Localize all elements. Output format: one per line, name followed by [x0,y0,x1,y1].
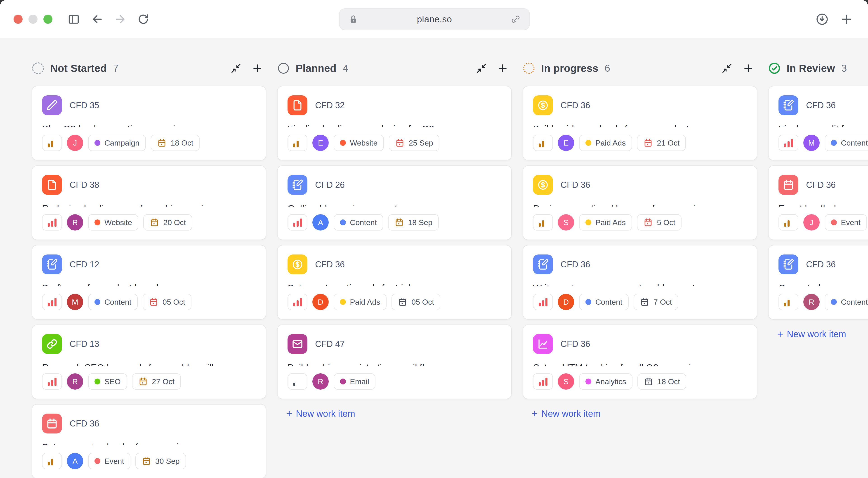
download-icon[interactable] [815,13,829,26]
assignee-avatar[interactable]: R [67,373,83,390]
priority-badge[interactable] [778,294,798,310]
close-window-button[interactable] [13,15,23,24]
label-badge[interactable]: Paid Ads [334,294,386,310]
label-badge[interactable]: Event [88,453,130,469]
due-date-badge[interactable]: 05 Oct [392,294,440,310]
work-item-card[interactable]: CFD 36 Write customer success story blog… [523,245,757,320]
add-work-item-icon[interactable] [742,62,754,74]
label-badge[interactable]: Content [88,294,138,310]
label-badge[interactable]: Analytics [579,373,632,390]
assignee-avatar[interactable]: S [558,214,574,230]
add-work-item-icon[interactable] [497,62,508,74]
priority-badge[interactable] [42,453,62,469]
label-badge[interactable]: Content [334,214,383,230]
sidebar-toggle-icon[interactable] [67,13,80,26]
priority-badge[interactable] [287,135,307,151]
collapse-column-icon[interactable] [721,63,733,74]
assignee-avatar[interactable]: R [803,294,819,310]
label-badge[interactable]: Website [334,135,384,151]
work-item-card[interactable]: CFD 32 Finalize landing page design for … [277,86,512,160]
work-item-card[interactable]: CFD 26 Outline blog series on customer u… [277,165,512,240]
assignee-avatar[interactable]: R [312,373,329,390]
link-icon[interactable] [510,14,521,24]
forward-icon[interactable] [114,13,127,26]
work-item-card[interactable]: CFD 36 Set up event calendar for upcomin… [32,404,266,478]
priority-badge[interactable] [287,373,307,390]
work-item-card[interactable]: CFD 36 Event booth des J Event [768,165,868,240]
due-date-badge[interactable]: 20 Oct [143,214,192,230]
due-date-badge[interactable]: 30 Sep [135,453,186,469]
due-date-badge[interactable]: 5 Oct [637,214,682,230]
assignee-avatar[interactable]: R [67,214,83,230]
label-badge[interactable]: Content [579,294,629,310]
due-date-badge[interactable]: 05 Oct [143,294,191,310]
label-badge[interactable]: Campaign [88,135,146,151]
priority-badge[interactable] [533,373,553,390]
work-item-card[interactable]: CFD 12 Draft copy for product launch ann… [32,245,266,320]
address-bar[interactable]: plane.so [339,8,530,30]
new-work-item-button[interactable]: +New work item [768,327,868,341]
new-tab-icon[interactable] [840,13,853,26]
zoom-window-button[interactable] [43,15,53,24]
work-item-card[interactable]: CFD 36 Build paid search ads for new pro… [523,86,757,160]
add-work-item-icon[interactable] [251,62,263,74]
due-date-badge[interactable]: 18 Sep [388,214,439,230]
label-badge[interactable]: Content [825,135,868,151]
label-badge[interactable]: Email [334,373,375,390]
assignee-avatar[interactable]: D [312,294,329,310]
collapse-column-icon[interactable] [476,63,487,74]
priority-badge[interactable] [42,373,62,390]
due-date-badge[interactable]: 21 Oct [637,135,686,151]
label-badge[interactable]: Paid Ads [579,214,632,230]
assignee-avatar[interactable]: A [67,453,83,469]
work-item-card[interactable]: CFD 36 Final copy edit fo M Content [768,86,868,160]
assignee-avatar[interactable]: D [558,294,574,310]
priority-badge[interactable] [533,135,553,151]
new-work-item-button[interactable]: +New work item [277,407,512,420]
work-item-card[interactable]: CFD 36 Case study asse R Content [768,245,868,320]
priority-badge[interactable] [42,214,62,230]
collapse-column-icon[interactable] [230,63,241,74]
work-item-card[interactable]: CFD 47 Build webinar registration email … [277,324,512,399]
assignee-avatar[interactable]: M [803,135,819,151]
label-badge[interactable]: Event [825,214,867,230]
work-item-card[interactable]: CFD 36 Set up UTM tracking for all Q2 ca… [523,324,757,399]
assignee-avatar[interactable]: S [558,373,574,390]
assignee-avatar[interactable]: A [312,214,329,230]
priority-badge[interactable] [287,214,307,230]
url-text[interactable]: plane.so [417,14,452,24]
assignee-avatar[interactable]: J [67,135,83,151]
reload-icon[interactable] [137,13,150,26]
work-item-badges: J Campaign 18 Oct [42,135,256,151]
priority-badge[interactable] [287,294,307,310]
lock-icon [348,14,359,24]
work-item-card[interactable]: CFD 36 Design promotional banners for up… [523,165,757,240]
work-item-card[interactable]: CFD 13 Research SEO keywords for new blo… [32,324,266,399]
work-item-type-icon-notebook [533,254,553,274]
work-item-card[interactable]: CFD 38 Redesign landing page for webinar… [32,165,266,240]
minimize-window-button[interactable] [29,15,37,24]
new-work-item-button[interactable]: +New work item [523,407,757,420]
back-icon[interactable] [91,13,103,26]
priority-badge[interactable] [533,214,553,230]
priority-badge[interactable] [42,135,62,151]
assignee-avatar[interactable]: E [558,135,574,151]
assignee-avatar[interactable]: E [312,135,329,151]
due-date-badge[interactable]: 27 Oct [132,373,181,390]
work-item-card[interactable]: CFD 35 Plan Q3 lead generation campaign … [32,86,266,160]
label-badge[interactable]: Paid Ads [579,135,632,151]
due-date-badge[interactable]: 18 Oct [638,373,686,390]
work-item-card[interactable]: CFD 36 Set up retargeting ads for trial … [277,245,512,320]
due-date-badge[interactable]: 25 Sep [389,135,439,151]
priority-badge[interactable] [778,214,798,230]
priority-badge[interactable] [42,294,62,310]
assignee-avatar[interactable]: M [67,294,83,310]
label-badge[interactable]: Content [825,294,868,310]
assignee-avatar[interactable]: J [803,214,819,230]
label-badge[interactable]: Website [88,214,138,230]
label-badge[interactable]: SEO [88,373,127,390]
due-date-badge[interactable]: 7 Oct [633,294,678,310]
priority-badge[interactable] [778,135,798,151]
priority-badge[interactable] [533,294,553,310]
due-date-badge[interactable]: 18 Oct [151,135,199,151]
